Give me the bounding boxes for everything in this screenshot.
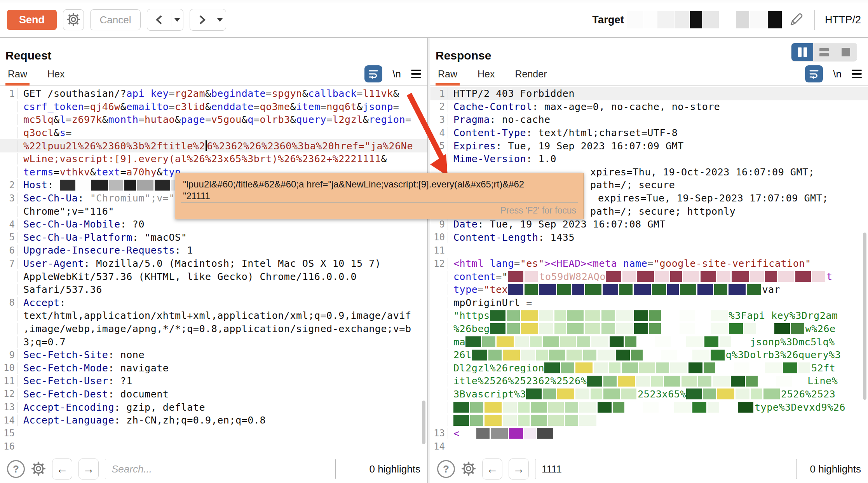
search-help-button[interactable]: ? (7, 460, 25, 478)
line-number: 8 (0, 297, 17, 308)
code-row: 2Cache-Control: max-age=0, no-cache, no-… (430, 100, 868, 114)
redaction-block (703, 388, 716, 399)
search-prev-button[interactable]: ← (52, 458, 72, 480)
redaction-block (634, 323, 648, 334)
redaction-block (613, 402, 624, 413)
layout-single-button[interactable] (835, 43, 857, 61)
redaction-block (543, 336, 559, 347)
caret-down-icon (174, 18, 180, 22)
search-settings-button[interactable] (461, 461, 476, 477)
code-text: Sec-Ch-Ua-Platform: "macOS" (17, 232, 427, 243)
redaction-block (619, 284, 633, 295)
response-tabs: Raw Hex Render \n (430, 63, 868, 86)
back-dropdown-button[interactable] (171, 18, 183, 22)
redaction-block (503, 415, 517, 426)
redaction-block (625, 336, 636, 347)
redaction-block (508, 271, 523, 282)
code-row: 6Mime-Version: 1.0 (430, 152, 868, 166)
response-search-input[interactable] (535, 459, 797, 479)
gear-icon (66, 12, 80, 28)
redaction-block (716, 362, 733, 373)
redaction-block (636, 376, 650, 387)
redaction-block (692, 402, 706, 413)
message-split: Request Raw Hex (0, 38, 868, 483)
forward-dropdown-button[interactable] (214, 18, 226, 22)
redaction-block (539, 284, 556, 295)
line-number: 11 (430, 245, 448, 256)
tab-request-hex[interactable]: Hex (47, 63, 64, 85)
redaction-block (603, 388, 620, 399)
redaction-block (698, 376, 711, 387)
send-button[interactable]: Send (7, 10, 57, 30)
response-editor[interactable]: 1HTTP/2 403 Forbidden2Cache-Control: max… (430, 86, 868, 454)
code-row: 5Expires: Tue, 19 Sep 2023 16:07:09 GMT (430, 139, 868, 152)
redaction-block (577, 336, 590, 347)
line-number: 14 (0, 415, 17, 426)
code-text: %22lpuu2l%26%2360%3b%2ftitle%26%2362%26%… (17, 140, 427, 152)
layout-columns-button[interactable] (791, 43, 813, 61)
tab-response-render[interactable]: Render (515, 63, 547, 85)
request-search-input[interactable] (105, 459, 336, 479)
redaction-block (720, 11, 735, 28)
redaction-block (750, 11, 767, 28)
redaction-block (548, 402, 564, 413)
redaction-block (634, 284, 651, 295)
redaction-block (713, 376, 730, 387)
redaction-block (643, 11, 657, 28)
tab-request-raw[interactable]: Raw (8, 63, 27, 85)
chevron-left-icon (147, 15, 171, 25)
search-next-button[interactable]: → (78, 458, 99, 480)
tab-response-hex[interactable]: Hex (478, 63, 495, 85)
code-row: 14Accept-Language: zh-CN,zh;q=0.9,en;q=0… (0, 414, 427, 427)
response-vertical-scrollbar[interactable] (863, 233, 866, 400)
edit-target-button[interactable] (789, 11, 804, 28)
show-newlines-toggle[interactable]: \n (833, 68, 842, 80)
editor-menu-icon[interactable] (852, 70, 862, 79)
redaction-block (507, 323, 520, 334)
redaction-block (714, 284, 727, 295)
line-number: 2 (430, 101, 448, 112)
redaction-block (672, 336, 685, 347)
redaction-block (124, 180, 136, 191)
search-help-button[interactable]: ? (437, 460, 455, 478)
tooltip-focus-hint: Press 'F2' for focus (500, 205, 576, 216)
redaction-block (518, 415, 530, 426)
history-back-button[interactable] (147, 9, 183, 31)
show-newlines-toggle[interactable]: \n (392, 68, 401, 80)
code-text: Sec-Fetch-Site: none (17, 349, 427, 360)
history-forward-button[interactable] (190, 9, 226, 31)
line-number: 3 (0, 193, 17, 204)
word-wrap-toggle[interactable] (364, 65, 382, 82)
redaction-block (621, 388, 636, 399)
redaction-block (670, 362, 687, 373)
redaction-block (572, 284, 584, 295)
editor-menu-icon[interactable] (411, 70, 421, 79)
code-text: 3;q=0.7 (17, 336, 427, 348)
line-number: 4 (430, 128, 448, 138)
search-settings-button[interactable] (31, 461, 46, 477)
redaction-block (575, 362, 593, 373)
redaction-block (783, 362, 797, 373)
code-row: %22lpuu2l%26%2360%3b%2ftitle%26%2362%26%… (0, 139, 427, 152)
line-number: 14 (430, 441, 448, 452)
code-text (448, 415, 868, 426)
redaction-block (561, 362, 574, 373)
word-wrap-toggle[interactable] (805, 65, 823, 82)
request-editor[interactable]: 1GET /southasian/?api_key=rg2am&begindat… (0, 86, 427, 454)
redaction-block (565, 415, 578, 426)
search-prev-button[interactable]: ← (482, 458, 502, 480)
redaction-block (644, 350, 660, 360)
code-row: type="texvar (430, 283, 868, 296)
send-settings-button[interactable] (63, 9, 84, 30)
request-vertical-scrollbar[interactable] (422, 401, 425, 444)
redaction-block (729, 323, 743, 334)
redaction-block (701, 271, 716, 282)
tab-response-raw[interactable]: Raw (438, 63, 457, 85)
value-preview-tooltip: "lpuu2l&#60;/title&#62&#60;a href="ja&Ne… (175, 173, 584, 219)
layout-rows-button[interactable] (813, 43, 835, 61)
code-row (430, 414, 868, 427)
code-text: Dl2gzl%26region52ft (448, 362, 868, 374)
cancel-button[interactable]: Cancel (90, 9, 141, 30)
code-row: 15 (0, 427, 427, 440)
search-next-button[interactable]: → (509, 458, 529, 480)
